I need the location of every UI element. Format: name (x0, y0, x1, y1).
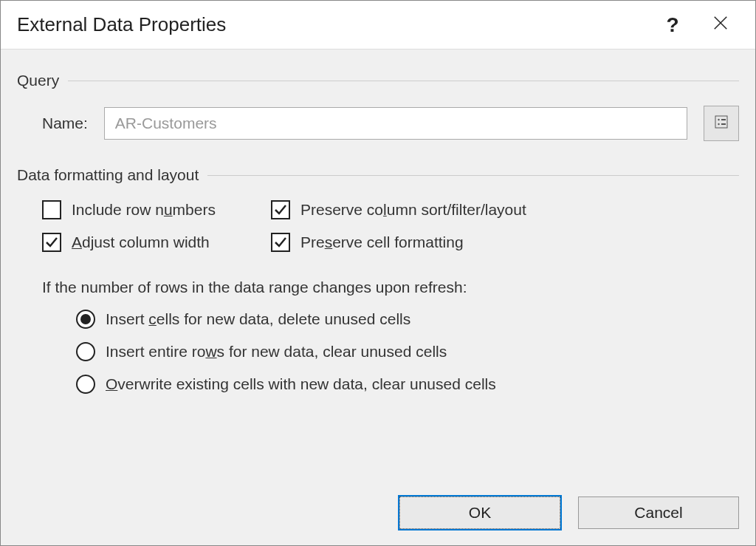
checkbox-label: Preserve cell formatting (300, 233, 464, 251)
name-label: Name: (42, 115, 88, 132)
checkbox-label: Include row numbers (72, 201, 216, 219)
preserve-sort-checkbox[interactable]: Preserve column sort/filter/layout (271, 200, 739, 219)
properties-icon (715, 115, 728, 132)
svg-rect-4 (721, 123, 726, 125)
refresh-radio-group: Insert cells for new data, delete unused… (76, 310, 739, 394)
radio-insert-rows[interactable]: Insert entire rows for new data, clear u… (76, 342, 739, 361)
svg-point-3 (718, 123, 719, 125)
external-data-properties-dialog: External Data Properties ? Query Name: (0, 0, 756, 546)
radio-insert-cells[interactable]: Insert cells for new data, delete unused… (76, 310, 739, 329)
adjust-column-width-checkbox[interactable]: Adjust column width (42, 233, 256, 252)
dialog-content: Query Name: Data formatting and l (1, 50, 755, 496)
titlebar: External Data Properties ? (1, 1, 755, 50)
close-button[interactable] (695, 7, 746, 44)
radio-icon (76, 310, 95, 329)
radio-overwrite[interactable]: Overwrite existing cells with new data, … (76, 375, 739, 394)
formatting-group-label: Data formatting and layout (17, 166, 739, 184)
close-icon (712, 15, 729, 35)
radio-icon (76, 375, 95, 394)
query-group-label: Query (17, 72, 739, 89)
ok-button[interactable]: OK (399, 496, 560, 529)
svg-point-1 (718, 119, 719, 120)
svg-rect-2 (721, 119, 726, 120)
refresh-behavior-label: If the number of rows in the data range … (42, 279, 739, 296)
preserve-cell-formatting-checkbox[interactable]: Preserve cell formatting (271, 233, 739, 252)
checkbox-icon (271, 233, 290, 252)
name-row: Name: (42, 106, 739, 141)
checkbox-icon (42, 233, 61, 252)
checkbox-icon (42, 200, 61, 219)
radio-icon (76, 342, 95, 361)
checkbox-label: Adjust column width (72, 233, 210, 251)
checkbox-label: Preserve column sort/filter/layout (300, 201, 526, 219)
radio-label: Insert entire rows for new data, clear u… (106, 343, 447, 361)
dialog-button-row: OK Cancel (1, 496, 755, 545)
query-properties-button[interactable] (704, 106, 739, 141)
svg-rect-0 (715, 116, 727, 128)
radio-label: Insert cells for new data, delete unused… (106, 310, 410, 328)
checkbox-grid: Include row numbers Preserve column sort… (42, 200, 739, 252)
include-row-numbers-checkbox[interactable]: Include row numbers (42, 200, 256, 219)
help-icon: ? (666, 13, 678, 37)
help-button[interactable]: ? (650, 7, 695, 44)
dialog-title: External Data Properties (17, 13, 650, 36)
name-input[interactable] (104, 107, 687, 140)
radio-label: Overwrite existing cells with new data, … (106, 375, 496, 393)
checkbox-icon (271, 200, 290, 219)
cancel-button[interactable]: Cancel (578, 496, 739, 529)
